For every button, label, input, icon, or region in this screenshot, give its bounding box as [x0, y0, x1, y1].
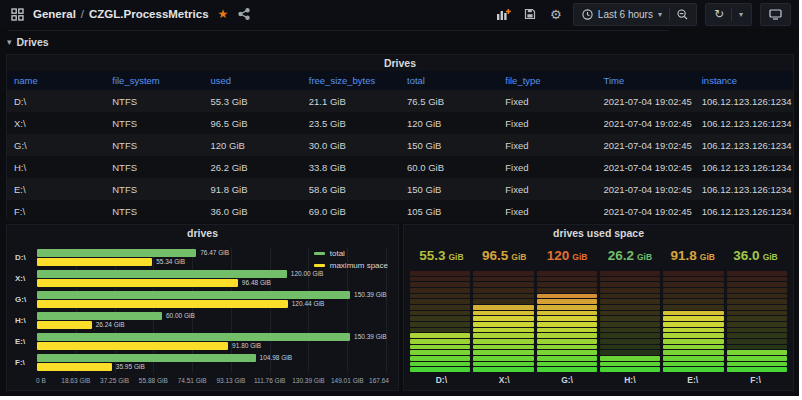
breadcrumb[interactable]: General / CZGL.ProcessMetrics — [33, 8, 209, 20]
gauge-segment — [537, 322, 597, 327]
add-panel-icon[interactable] — [495, 5, 513, 23]
y-category-label: X:\ — [15, 274, 25, 283]
gauge-segment — [663, 271, 723, 276]
gauge-segment — [663, 350, 723, 355]
gauge-segment — [410, 282, 470, 287]
bar-value-label: 120.44 GiB — [292, 300, 325, 308]
gauge-segment — [663, 362, 723, 367]
table-cell: NTFS — [105, 156, 203, 178]
save-dashboard-icon[interactable] — [521, 5, 539, 23]
table-cell: Fixed — [498, 200, 596, 222]
gauge-value-unit: GiB — [763, 249, 778, 262]
gauge-category-labels: D:\X:\G:\H:\E:\F:\ — [410, 375, 787, 387]
drives-used-space-panel: drives used space 55.3GiB96.5GiB120GiB26… — [403, 224, 794, 391]
gauge-segment — [410, 362, 470, 367]
refresh-button[interactable]: ↻ ▾ — [705, 3, 752, 26]
table-cell: 60.0 GiB — [400, 156, 498, 178]
share-icon[interactable] — [235, 5, 253, 23]
gauge-segment — [600, 362, 660, 367]
x-tick-label: 93.13 GiB — [216, 377, 245, 384]
x-tick-label: 55.88 GiB — [139, 377, 168, 384]
gauge-segment — [600, 350, 660, 355]
lcd-gauge — [410, 271, 787, 372]
dashboard-row-toggle[interactable]: ▾ Drives — [7, 36, 49, 48]
drives-table-panel: Drives namefile_systemusedfree_size_byte… — [6, 54, 794, 218]
table-cell: F:\ — [7, 200, 105, 222]
table-row: X:\NTFS96.5 GiB23.5 GiB120 GiBFixed2021-… — [7, 112, 793, 134]
gauge-segment — [663, 316, 723, 321]
bar-value-label: 150.39 GiB — [354, 291, 387, 299]
gauge-segment — [663, 328, 723, 333]
table-cell: Fixed — [498, 112, 596, 134]
gauge-segment — [537, 305, 597, 310]
breadcrumb-separator: / — [81, 8, 84, 20]
clock-icon — [582, 9, 593, 20]
zoom-out-icon[interactable] — [677, 9, 688, 20]
panel-title[interactable]: drives used space — [404, 225, 793, 241]
column-header[interactable]: file_system — [105, 71, 203, 90]
bar-value-label: 120.00 GiB — [291, 270, 324, 278]
table-cell: 120 GiB — [400, 112, 498, 134]
tv-kiosk-button[interactable] — [760, 3, 791, 26]
dashboard-row-title: Drives — [17, 36, 49, 48]
gauge-segment — [727, 362, 787, 367]
settings-gear-icon[interactable]: ⚙ — [547, 5, 565, 23]
gauge-segment — [663, 333, 723, 338]
column-header[interactable]: name — [7, 71, 105, 90]
panel-title[interactable]: drives — [7, 225, 398, 241]
refresh-icon: ↻ — [714, 8, 724, 20]
table-cell: 106.12.123.126:1234 — [695, 90, 793, 112]
gauge-column — [473, 271, 533, 372]
y-category-label: E:\ — [15, 337, 25, 346]
gauge-value-number: 91.8 — [671, 248, 697, 263]
table-cell: Fixed — [498, 156, 596, 178]
gauge-value-number: 120 — [547, 248, 570, 263]
x-tick-label: 149.01 GiB — [331, 377, 364, 384]
table-cell: 2021-07-04 19:02:45 — [597, 178, 695, 200]
gauge-category-label: X:\ — [473, 375, 536, 387]
x-tick-label: 130.39 GiB — [292, 377, 325, 384]
gauge-column — [663, 271, 723, 372]
gauge-values-row: 55.3GiB96.5GiB120GiB26.2GiB91.8GiB36.0Gi… — [410, 243, 787, 267]
bar-maximum-space — [37, 258, 152, 266]
column-header[interactable]: file_type — [498, 71, 596, 90]
column-header[interactable]: total — [400, 71, 498, 90]
y-category-label: G:\ — [15, 295, 26, 304]
table-cell: 106.12.123.126:1234 — [695, 156, 793, 178]
chart-legend: total maximum space — [314, 249, 388, 270]
gauge-segment — [473, 277, 533, 282]
gauge-column — [537, 271, 597, 372]
chevron-down-icon[interactable]: ▾ — [739, 10, 743, 19]
divider — [669, 8, 670, 21]
gauge-value-number: 55.3 — [419, 248, 445, 263]
table-cell: 150 GiB — [400, 134, 498, 156]
star-icon[interactable]: ★ — [218, 7, 229, 21]
column-header[interactable]: Time — [597, 71, 695, 90]
panel-title[interactable]: Drives — [7, 55, 793, 71]
x-tick-label: 0 B — [36, 377, 46, 384]
gauge-segment — [473, 328, 533, 333]
breadcrumb-section[interactable]: General — [33, 8, 76, 20]
table-cell: 105 GiB — [400, 200, 498, 222]
table-cell: 30.0 GiB — [302, 134, 400, 156]
gauge-segment — [727, 288, 787, 293]
column-header[interactable]: free_size_bytes — [302, 71, 400, 90]
gauge-segment — [600, 356, 660, 361]
gauge-segment — [663, 356, 723, 361]
gauge-segment — [410, 322, 470, 327]
column-header[interactable]: used — [204, 71, 302, 90]
breadcrumb-title[interactable]: CZGL.ProcessMetrics — [89, 8, 209, 20]
table-cell: Fixed — [498, 178, 596, 200]
table-cell: 106.12.123.126:1234 — [695, 112, 793, 134]
legend-item-total[interactable]: total — [314, 249, 388, 258]
gauge-value: 36.0GiB — [724, 243, 787, 267]
column-header[interactable]: instance — [695, 71, 793, 90]
gauge-value-number: 26.2 — [608, 248, 634, 263]
gauge-category-label: H:\ — [598, 375, 661, 387]
gauge-segment — [537, 277, 597, 282]
time-range-picker[interactable]: Last 6 hours ▾ — [573, 3, 697, 26]
gauge-segment — [410, 345, 470, 350]
bar-value-label: 60.00 GiB — [166, 312, 195, 320]
gauge-category-label: E:\ — [661, 375, 724, 387]
legend-item-maximum-space[interactable]: maximum space — [314, 261, 388, 270]
